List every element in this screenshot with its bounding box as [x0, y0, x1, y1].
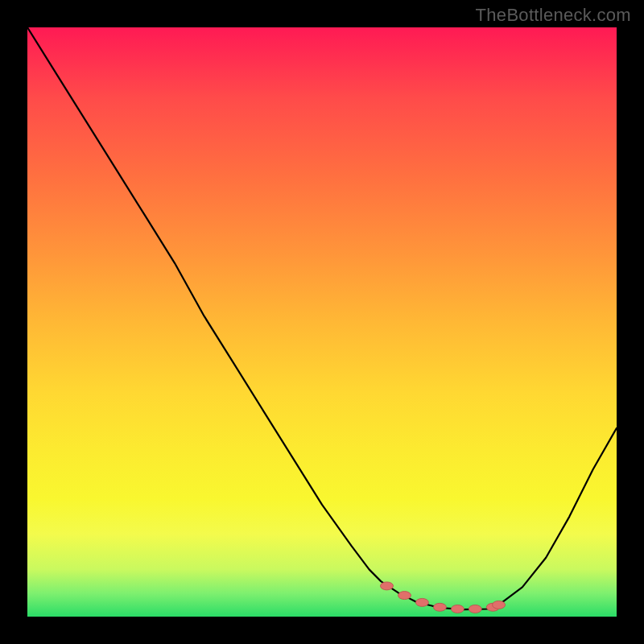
- chart-svg: [27, 27, 617, 617]
- marker-dot: [433, 603, 446, 611]
- marker-dot: [381, 582, 394, 590]
- marker-dot: [451, 605, 464, 613]
- watermark-text: TheBottleneck.com: [476, 5, 631, 26]
- marker-dot: [493, 601, 506, 609]
- marker-group: [381, 582, 506, 613]
- chart-container: TheBottleneck.com: [0, 0, 644, 644]
- bottleneck-curve-path: [27, 27, 617, 609]
- marker-dot: [415, 598, 428, 606]
- marker-dot: [469, 605, 481, 613]
- marker-dot: [398, 592, 411, 600]
